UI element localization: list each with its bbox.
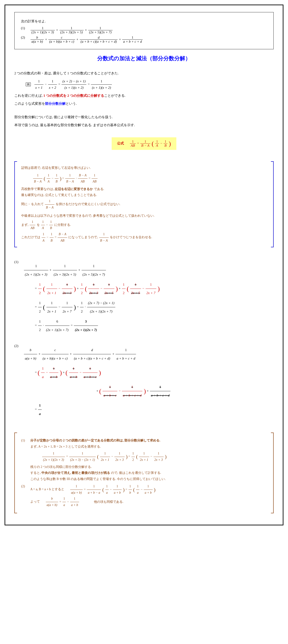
problem-intro: 次の計算をせよ. <box>21 18 267 24</box>
explain-line2: これを逆に行えば, 1 つの分数式を 2 つの分数式に分解することができる. <box>14 92 274 99</box>
formula: 公式 1AB = 1B − A ( 1A − 1B ) <box>14 133 274 154</box>
explain-line5: 本項で扱うのは, 最も基本的な部分分数分解である. まずはその基本公式を示す. <box>14 122 274 128</box>
solution-2: (2) ba(a + b) + c(a + b)(a + b + c) + d(… <box>14 344 274 420</box>
proof-box: 証明は容易で, 右辺を変形して左辺を導けばよい. 1B − A ( 1A − 1… <box>14 161 274 247</box>
explain-line3: このような式変形を部分分数分解という. <box>14 100 274 107</box>
example-equation: 例 1x + 1 − 1x + 2 = (x + 2) − (x + 1)(x … <box>14 78 274 91</box>
notes-box: (1) 分子が定数かつ分母の 2 つの因数の差が一定である分数式の和は, 部分分… <box>14 432 274 513</box>
explain-line4: 部分分数分解については, 後により複雑で一般化したものを扱う. <box>14 114 274 120</box>
problem-box: 次の計算をせよ. (1) 1(2x + 1)(2x + 3) + 1(2x + … <box>14 12 274 49</box>
explain-line1: 2 つの分数式の和・差は, 通分して 1 つの分数式にすることができた. <box>14 70 274 76</box>
page: 次の計算をせよ. (1) 1(2x + 1)(2x + 3) + 1(2x + … <box>4 4 284 525</box>
solution-1: (1) 1(2x + 1)(2x + 3) + 1(2x + 3)(2x + 5… <box>14 260 274 336</box>
problem-1: (1) 1(2x + 1)(2x + 3) + 1(2x + 3)(2x + 5… <box>21 26 267 34</box>
title: 分数式の加法と減法（部分分数分解） <box>14 55 274 62</box>
problem-2: (2) ba(a + b) + c(a + b)(a + b + c) + d(… <box>21 36 267 44</box>
